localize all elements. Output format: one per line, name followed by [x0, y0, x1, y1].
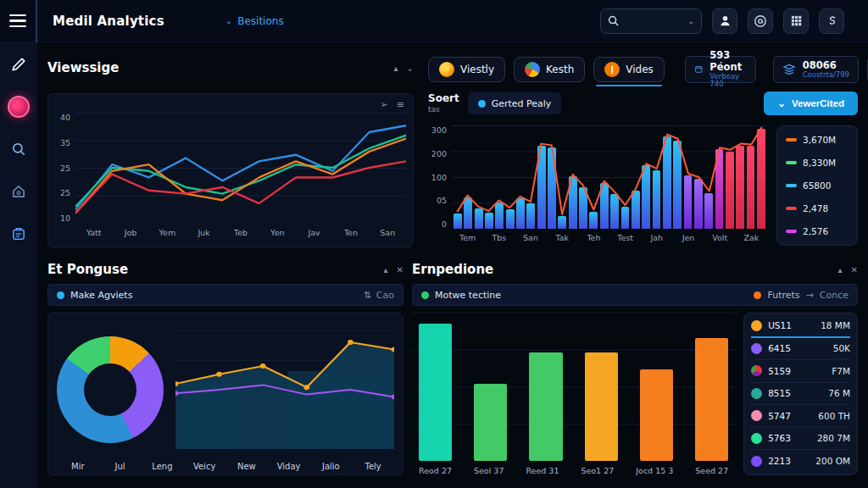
ernpedione-filter-bar: Motwe tectine Futrets → Conce [412, 284, 858, 306]
tick-label: Job [112, 228, 148, 237]
stat-value: 280 7M [817, 433, 850, 443]
sidebar-item-clipboard[interactable] [7, 222, 31, 246]
stat-chip[interactable]: 08066Coustrta/799 [773, 56, 859, 83]
home-icon [11, 184, 26, 199]
tick-label: Mir [57, 462, 99, 471]
topbar-actions: ⌄ [600, 8, 868, 34]
sidebar-item-activity[interactable] [7, 95, 31, 119]
bars [412, 313, 735, 461]
stat-row[interactable]: 5763280 7M [751, 428, 850, 451]
viewercited-button[interactable]: ⌄ VewerCited [764, 92, 858, 115]
area-fill [175, 342, 394, 449]
sidebar-item-edit[interactable] [7, 53, 31, 76]
send-icon[interactable]: ➢ [381, 99, 388, 110]
swap-icon[interactable]: ⇅ [364, 290, 371, 301]
close-icon[interactable]: ✕ [851, 265, 858, 274]
y-axis-labels: 4035252510 [52, 113, 75, 223]
settings-button[interactable] [819, 8, 844, 34]
grid-button[interactable] [783, 8, 809, 34]
stat-row[interactable]: 2213200 OM [751, 450, 850, 473]
bar [537, 146, 546, 229]
bar [589, 212, 598, 229]
legend-label: 8,330M [803, 158, 836, 168]
blue-dot-icon [478, 100, 486, 108]
expedition-bar-chart: Reod 27Seol 37Reed 31Seo1 27Jocd 15 3See… [412, 313, 735, 475]
triangle-icon[interactable]: ▴ [838, 265, 843, 274]
list-icon[interactable]: ≡ [397, 99, 404, 110]
x-axis-labels: Reod 27Seol 37Reed 31Seo1 27Jocd 15 3See… [412, 461, 735, 475]
bar-column [529, 316, 562, 461]
ponguse-chart-card: MirJulLengVeicyNewVidayJalioTely [47, 313, 403, 475]
tab-kesth[interactable]: Kesth [514, 57, 585, 82]
bar [684, 175, 693, 229]
filter-chip[interactable]: Gerted Pealy [468, 92, 562, 114]
search-input[interactable] [624, 16, 682, 26]
close-icon[interactable]: ✕ [397, 265, 403, 274]
grid-icon [790, 14, 803, 27]
data-point [216, 371, 222, 376]
tick-label: New [225, 462, 268, 471]
area-chart [175, 330, 394, 449]
stat-row[interactable]: 851576 M [751, 383, 850, 406]
search-box[interactable]: ⌄ [600, 8, 702, 34]
tab-viestly[interactable]: Viestly [428, 57, 505, 82]
stat-label: 5159 [768, 366, 791, 376]
info-icon [754, 14, 767, 28]
green-dot-icon [421, 291, 429, 299]
bar-label: Jocd 15 3 [636, 466, 673, 475]
tick-label: Test [609, 233, 641, 242]
stat-row[interactable]: US1118 MM [751, 315, 850, 338]
legend-label: Futrets [767, 290, 799, 301]
tick-label: Yem [149, 228, 186, 237]
stat-row[interactable]: 5159F7M [751, 360, 850, 383]
stat-row[interactable]: 5747600 TH [751, 405, 850, 428]
legend-swatch [786, 230, 797, 233]
user-button[interactable] [712, 8, 737, 34]
tab-icon [439, 62, 454, 77]
chevron-down-icon[interactable]: ⌄ [407, 64, 414, 73]
pencil-icon [11, 57, 26, 72]
filter-chip-label: Gerted Pealy [492, 98, 552, 109]
panel-title: Viewssige [47, 60, 119, 75]
stat-chip-sub: Coustrta/799 [803, 71, 849, 79]
bar [569, 176, 577, 229]
s-icon [826, 14, 838, 27]
bar-label: Seed 27 [695, 466, 728, 475]
stat-label: 2213 [768, 456, 791, 466]
tick-label: 10 [60, 214, 70, 223]
stat-chip[interactable]: 593 PéontVerboay 740 [685, 56, 756, 83]
stat-label: 8515 [768, 388, 791, 398]
triangle-icon[interactable]: ▴ [384, 265, 388, 274]
bar-column [419, 316, 452, 461]
nav-besitions[interactable]: ⌄ Besitions [225, 15, 284, 27]
stat-label: 5763 [768, 433, 791, 443]
legend-item: 65800 [786, 180, 849, 191]
tick-label: 35 [60, 138, 70, 147]
ponguse-filter-bar: Make Agviets ⇅ Cao [47, 284, 403, 306]
stat-chip-text: 593 PéontVerboay 740 [709, 50, 746, 88]
info-button[interactable] [748, 8, 773, 34]
bar [715, 149, 724, 229]
tab-icon: ❙ [604, 62, 620, 77]
sidebar-item-home[interactable] [7, 180, 31, 203]
menu-icon[interactable] [0, 0, 37, 42]
bar [640, 369, 673, 461]
stat-value: 600 TH [818, 411, 850, 421]
bar [695, 338, 728, 461]
tick-label: San [515, 233, 546, 242]
action-label[interactable]: Conce [820, 290, 849, 301]
stat-value: 18 MM [821, 320, 850, 330]
bar [485, 213, 493, 229]
tab-vides[interactable]: ❙Vides [593, 57, 665, 82]
action-label[interactable]: Cao [376, 290, 394, 301]
bar-column [640, 316, 673, 461]
stat-row[interactable]: 641550K [751, 338, 850, 361]
blue-dot-icon [57, 291, 64, 299]
layers-icon [782, 63, 796, 76]
bar-label: Seo1 27 [581, 466, 614, 475]
tick-label: Leng [142, 462, 184, 471]
triangle-icon[interactable]: ▴ [394, 64, 398, 73]
topbar: Medil Analytics ⌄ Besitions ⌄ [0, 0, 868, 42]
sidebar-item-search[interactable] [7, 137, 31, 161]
sort-sub-label: tas [428, 105, 459, 114]
